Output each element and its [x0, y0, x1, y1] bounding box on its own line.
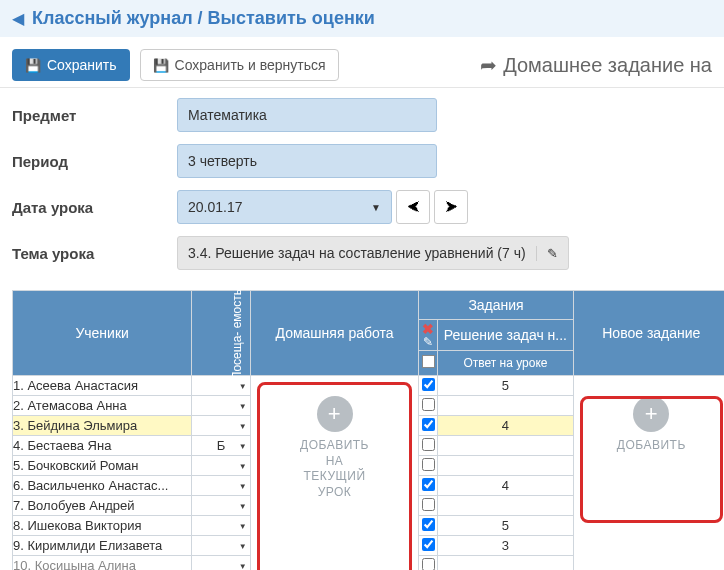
caret-down-icon: ▼ [239, 561, 247, 570]
circle-left-icon: ⮜ [407, 200, 420, 215]
caret-down-icon: ▼ [239, 401, 247, 410]
grade-cell[interactable]: 4 [438, 476, 573, 496]
save-icon: 💾 [153, 58, 169, 73]
grades-table: Ученики Посеща- емость Домашняя работа З… [12, 290, 724, 570]
caret-down-icon: ▼ [239, 381, 247, 390]
plus-icon: + [317, 396, 353, 432]
student-name: 1. Асеева Анастасия [13, 376, 192, 396]
student-name: 6. Васильченко Анастас... [13, 476, 192, 496]
new-task-add-cell[interactable]: +ДОБАВИТЬ [573, 376, 724, 571]
pencil-icon[interactable]: ✎ [536, 246, 558, 261]
attendance-cell[interactable]: ▼ [192, 456, 250, 476]
select-all-cell[interactable] [419, 351, 438, 376]
save-icon: 💾 [25, 58, 41, 73]
subject-select[interactable]: Математика [177, 98, 437, 132]
task-name[interactable]: Решение задач н... [438, 320, 573, 351]
caret-down-icon: ▼ [239, 461, 247, 470]
topic-label: Тема урока [12, 245, 177, 262]
add-label: ДОБАВИТЬ [617, 438, 686, 454]
student-name: 10. Косицына Алина [13, 556, 192, 571]
date-label: Дата урока [12, 199, 177, 216]
breadcrumb: ◀ Классный журнал / Выставить оценки [0, 0, 724, 37]
save-button[interactable]: 💾 Сохранить [12, 49, 130, 81]
grade-cell[interactable]: 3 [438, 536, 573, 556]
circle-right-icon: ⮞ [445, 200, 458, 215]
answer-header: Ответ на уроке [438, 351, 573, 376]
attendance-cell[interactable]: ▼ [192, 556, 250, 571]
caret-down-icon: ▼ [371, 202, 381, 213]
checkbox-icon[interactable] [422, 355, 435, 368]
period-label: Период [12, 153, 177, 170]
student-name: 2. Атемасова Анна [13, 396, 192, 416]
caret-down-icon: ▼ [239, 421, 247, 430]
caret-down-icon: ▼ [239, 481, 247, 490]
col-attendance: Посеща- емость [192, 291, 250, 376]
task-checkbox[interactable] [419, 396, 438, 416]
grade-cell[interactable]: 5 [438, 516, 573, 536]
homework-link-label: Домашнее задание на [503, 54, 712, 77]
task-checkbox[interactable] [419, 496, 438, 516]
student-name: 4. Бестаева Яна [13, 436, 192, 456]
grade-cell[interactable] [438, 396, 573, 416]
date-next-button[interactable]: ⮞ [434, 190, 468, 224]
attendance-cell[interactable]: ▼ [192, 376, 250, 396]
student-name: 8. Ишекова Виктория [13, 516, 192, 536]
task-checkbox[interactable] [419, 376, 438, 396]
task-tools: ✖ ✎ [419, 320, 438, 351]
period-value: 3 четверть [188, 153, 257, 169]
col-students: Ученики [13, 291, 192, 376]
attendance-cell[interactable]: ▼ [192, 516, 250, 536]
grade-cell[interactable] [438, 456, 573, 476]
caret-down-icon: ▼ [239, 521, 247, 530]
student-name: 3. Бейдина Эльмира [13, 416, 192, 436]
grade-cell[interactable] [438, 496, 573, 516]
task-checkbox[interactable] [419, 456, 438, 476]
student-name: 5. Бочковский Роман [13, 456, 192, 476]
caret-down-icon: ▼ [239, 541, 247, 550]
caret-down-icon: ▼ [239, 501, 247, 510]
grade-cell[interactable] [438, 436, 573, 456]
form-area: Предмет Математика Период 3 четверть Дат… [0, 88, 724, 286]
task-checkbox[interactable] [419, 476, 438, 496]
grade-cell[interactable]: 4 [438, 416, 573, 436]
caret-down-icon: ▼ [239, 441, 247, 450]
attendance-cell[interactable]: Б▼ [192, 436, 250, 456]
homework-link[interactable]: ➦ Домашнее задание на [480, 53, 712, 77]
task-checkbox[interactable] [419, 416, 438, 436]
attendance-cell[interactable]: ▼ [192, 396, 250, 416]
student-name: 9. Киримлиди Елизавета [13, 536, 192, 556]
period-select[interactable]: 3 четверть [177, 144, 437, 178]
task-checkbox[interactable] [419, 436, 438, 456]
task-checkbox[interactable] [419, 536, 438, 556]
date-value: 20.01.17 [188, 199, 243, 215]
col-tasks-group: Задания [419, 291, 573, 320]
subject-label: Предмет [12, 107, 177, 124]
date-prev-button[interactable]: ⮜ [396, 190, 430, 224]
col-homework: Домашняя работа [250, 291, 419, 376]
date-select[interactable]: 20.01.17 ▼ [177, 190, 392, 224]
toolbar: 💾 Сохранить 💾 Сохранить и вернуться ➦ До… [0, 37, 724, 88]
homework-add-cell[interactable]: +ДОБАВИТЬНАТЕКУЩИЙУРОК [250, 376, 419, 571]
plus-icon: + [633, 396, 669, 432]
subject-value: Математика [188, 107, 267, 123]
task-checkbox[interactable] [419, 556, 438, 571]
breadcrumb-path: Классный журнал / Выставить оценки [32, 8, 375, 29]
save-label: Сохранить [47, 57, 117, 73]
task-checkbox[interactable] [419, 516, 438, 536]
back-icon[interactable]: ◀ [12, 9, 24, 28]
topic-value: 3.4. Решение задач на составление уравне… [188, 245, 526, 261]
add-current-label: ДОБАВИТЬНАТЕКУЩИЙУРОК [300, 438, 369, 500]
grade-cell[interactable] [438, 556, 573, 571]
attendance-cell[interactable]: ▼ [192, 476, 250, 496]
save-and-back-button[interactable]: 💾 Сохранить и вернуться [140, 49, 339, 81]
topic-field[interactable]: 3.4. Решение задач на составление уравне… [177, 236, 569, 270]
pencil-icon[interactable]: ✎ [419, 336, 437, 348]
grade-cell[interactable]: 5 [438, 376, 573, 396]
attendance-cell[interactable]: ▼ [192, 536, 250, 556]
attendance-cell[interactable]: ▼ [192, 496, 250, 516]
col-new-task: Новое задание [573, 291, 724, 376]
student-name: 7. Волобуев Андрей [13, 496, 192, 516]
save-back-label: Сохранить и вернуться [175, 57, 326, 73]
delete-icon[interactable]: ✖ [419, 322, 437, 336]
attendance-cell[interactable]: ▼ [192, 416, 250, 436]
